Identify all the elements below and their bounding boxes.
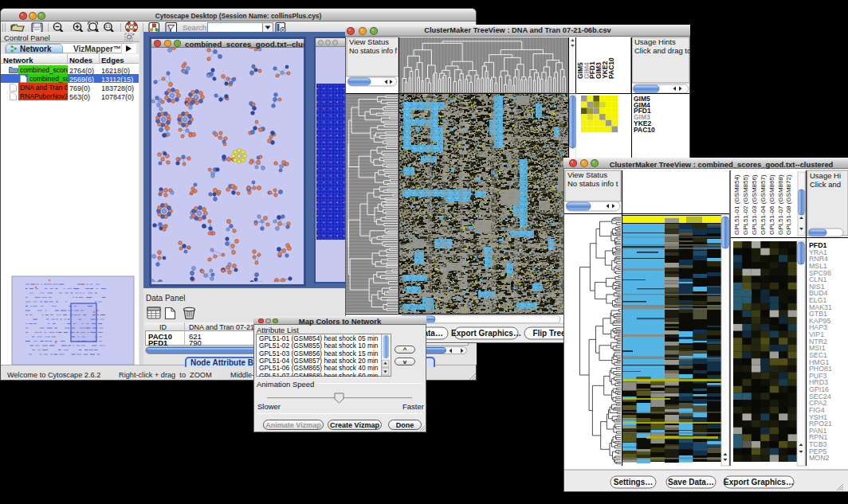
svg-text:GPL51-01 (GSM854): GPL51-01 (GSM854) <box>733 174 740 235</box>
svg-text:GPL51-07 (GSM868): GPL51-07 (GSM868) <box>777 174 784 235</box>
svg-text:GPL51-08 (GSM872): GPL51-08 (GSM872) <box>785 174 792 235</box>
svg-text:Usage Hi: Usage Hi <box>810 171 841 180</box>
svg-text:MON2: MON2 <box>809 454 830 462</box>
svg-text:View Status: View Status <box>567 170 607 179</box>
svg-text:Search:: Search: <box>183 23 209 32</box>
svg-text:GPL51-06 (GSM865): GPL51-06 (GSM865) <box>768 174 775 235</box>
svg-text:Settings…: Settings… <box>614 478 653 486</box>
svg-text:Save Data…: Save Data… <box>668 478 714 486</box>
svg-text:No status info f: No status info f <box>349 47 398 55</box>
svg-text:Usage Hints: Usage Hints <box>634 37 676 46</box>
svg-text:PAC10: PAC10 <box>607 57 615 79</box>
svg-text:Export Graphics…: Export Graphics… <box>451 329 521 338</box>
svg-text:GPL51-03 (GSM856): GPL51-03 (GSM856) <box>751 174 758 235</box>
svg-text:Click and: Click and <box>810 180 841 189</box>
svg-text:Click and drag tc: Click and drag tc <box>634 46 690 55</box>
svg-text:View Status: View Status <box>349 37 389 46</box>
svg-text:GPL51-04 (GSM857): GPL51-04 (GSM857) <box>760 174 767 235</box>
svg-text:No status info t: No status info t <box>567 179 618 188</box>
svg-text:GPL51-02 (GSM855): GPL51-02 (GSM855) <box>742 174 749 235</box>
svg-text:Export Graphics…: Export Graphics… <box>724 478 794 486</box>
svg-text:PAC10: PAC10 <box>634 126 655 134</box>
